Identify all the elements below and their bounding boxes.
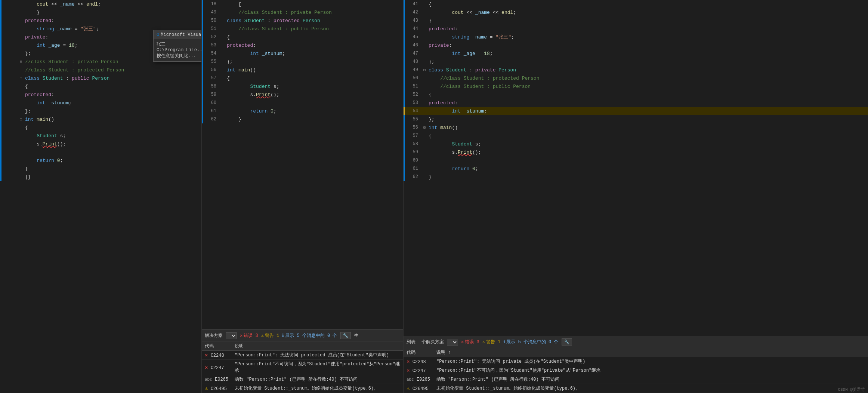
error-table-bottom: 代码 说明 ↑ ✕ C2248 "Person::Print": 无法访问 pr… [404, 348, 868, 393]
code-line: 55 }; [202, 58, 403, 66]
line-number: 60 [405, 158, 422, 163]
fold-icon[interactable]: ⊟ [422, 68, 427, 72]
fold-icon[interactable]: ⊟ [18, 59, 24, 64]
error-desc: "Person::Print"不可访问，因为"Student"使用"privat… [433, 366, 868, 375]
line-number: 61 [203, 108, 220, 114]
code-line: 61 return 0; [404, 165, 868, 173]
code-line: 61 return 0; [202, 107, 403, 115]
fold-icon[interactable]: ⊟ [18, 76, 24, 80]
line-number: 51 [203, 26, 220, 31]
solution-select-bottom[interactable] [447, 339, 458, 346]
line-content: return 0; [427, 166, 868, 172]
line-indicator [0, 165, 1, 173]
info-count-badge[interactable]: ℹ 展示 5 个消息中的 0 个 [282, 332, 337, 339]
line-content: //class Student : public Person [225, 26, 403, 32]
line-content: int _stunum; [24, 100, 201, 106]
error-row[interactable]: ✕ C2248 "Person::Print": 无法访问 private 成员… [404, 357, 868, 366]
line-content: protected: [225, 43, 403, 48]
solution-select[interactable] [226, 332, 237, 339]
line-indicator [0, 49, 1, 58]
error-count-badge[interactable]: ✕ 错误 3 [240, 332, 258, 339]
line-content: private: [427, 43, 868, 48]
error-row[interactable]: ✕ C2248 "Person::Print": 无法访问 protected … [202, 351, 403, 360]
line-number: 18 [203, 1, 220, 7]
line-content: } [225, 117, 403, 122]
left-code-lines: cout << _name << endl; } protected: stri… [0, 0, 201, 181]
error-row[interactable]: abc E0265 函数 "Person::Print" (已声明 所在行数:4… [202, 375, 403, 384]
error-icon-cell: ✕ C2247 [202, 360, 232, 375]
line-indicator [0, 123, 1, 132]
line-content: int _stunum; [427, 108, 868, 114]
warning-count-badge[interactable]: ⚠ 警告 1 [261, 332, 279, 339]
info-count-badge-bottom[interactable]: ℹ 展示 5 个消息中的 0 个 [503, 339, 558, 345]
error-table-top: 代码 说明 ✕ C2248 "Person::Print": 无法访问 prot… [202, 342, 403, 393]
line-number: 54 [405, 108, 422, 114]
code-line: 45 string _name = "张三"; [404, 33, 868, 41]
middle-code-lines: 18 [ 49 //class Student : private Person… [202, 0, 403, 123]
code-line: 60 [202, 99, 403, 107]
line-content: class Student : public Person [24, 76, 201, 81]
warning-count-badge-bottom[interactable]: ⚠ 警告 1 [482, 339, 501, 345]
error-icon-cell: ✕ C2247 [404, 366, 433, 375]
error-icon-cell: abc E0265 [404, 375, 433, 384]
fold-icon[interactable]: ⊟ [18, 117, 24, 122]
right-error-toolbar: 列表 个解决方案 ✕ 错误 3 ⚠ 警告 1 ℹ 展示 5 个消息中的 0 个 … [404, 336, 868, 348]
code-panel-right: 41 { 42 cout << _name << endl; 43 } 44 [404, 0, 868, 393]
line-content: int _age = 18; [427, 51, 868, 56]
code-line [0, 148, 201, 156]
extra-label: 生 [354, 332, 358, 339]
line-content: }; [427, 117, 868, 122]
code-line: 57 { [404, 132, 868, 140]
error-count-badge-bottom[interactable]: ✕ 错误 3 [461, 339, 479, 345]
line-content: protected: [24, 18, 201, 24]
line-indicator [0, 132, 1, 140]
line-content: int main() [427, 125, 868, 131]
error-desc: "Person::Print": 无法访问 protected 成员(在"Stu… [232, 351, 403, 360]
line-content: } [24, 10, 201, 15]
error-row[interactable]: ✕ C2247 "Person::Print"不可访问，因为"Student"使… [202, 360, 403, 375]
line-number: 48 [405, 59, 422, 64]
code-line: cout << _name << endl; [0, 0, 201, 8]
line-content: //class Student : protected Person [24, 67, 201, 73]
filter-button[interactable]: 🔧 [340, 332, 351, 339]
line-number: 62 [203, 117, 220, 122]
error-desc: 未初始化变量 Student::_stunum。始终初始化成员变量(type.6… [433, 384, 868, 393]
line-content: s.Print(); [427, 150, 868, 155]
error-row[interactable]: ⚠ C26495 未初始化变量 Student::_stunum。始终初始化成员… [404, 384, 868, 393]
error-row[interactable]: abc E0265 函数 "Person::Print" (已声明 所在行数:4… [404, 375, 868, 384]
line-indicator [0, 66, 1, 74]
line-content: class Student : protected Person [225, 18, 403, 24]
code-line: 56 int main() [202, 66, 403, 74]
error-icon-cell: abc E0265 [202, 375, 232, 384]
code-line: 53 protected: [202, 41, 403, 49]
code-line: 60 [404, 156, 868, 165]
code-line: 58 Student s; [404, 140, 868, 148]
line-content: Student s; [427, 141, 868, 147]
line-content: }; [24, 108, 201, 114]
line-indicator [0, 25, 1, 33]
code-line: 57 { [202, 74, 403, 82]
line-content: [ [225, 1, 403, 7]
line-number: 46 [405, 43, 422, 48]
line-number: 57 [203, 76, 220, 81]
col-desc-bottom: 说明 ↑ [433, 348, 868, 357]
fold-icon[interactable]: ⊟ [422, 125, 427, 130]
line-content: |} [24, 174, 201, 180]
code-line: |} [0, 173, 201, 181]
error-icon-cell: ✕ C2248 [202, 351, 232, 360]
modal-dialog: ⚙ Microsoft Visual... 张三 C:\Program File… [153, 30, 202, 62]
error-row[interactable]: ⚠ C26495 未初始化变量 Student::_stunum。始终初始化成员… [202, 384, 403, 393]
code-line: int _stunum; [0, 99, 201, 107]
line-number: 52 [203, 34, 220, 40]
line-indicator [0, 90, 1, 99]
error-row[interactable]: ✕ C2247 "Person::Print"不可访问，因为"Student"使… [404, 366, 868, 375]
line-content: { [24, 84, 201, 89]
line-content: //class Student : public Person [427, 84, 868, 89]
col-code-bottom: 代码 [404, 348, 433, 357]
line-number: 59 [203, 92, 220, 97]
line-number: 44 [405, 26, 422, 31]
toolbar-label2: 个解决方案 [421, 339, 444, 345]
line-indicator [0, 99, 1, 107]
filter-button-bottom[interactable]: 🔧 [562, 338, 572, 346]
code-line: 62 } [404, 173, 868, 181]
